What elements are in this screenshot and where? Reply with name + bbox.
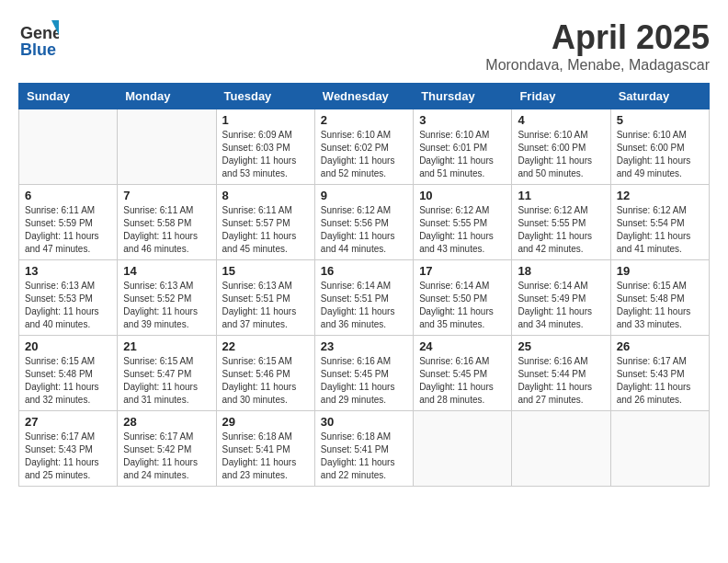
day-number: 30 [321, 415, 407, 429]
day-number: 28 [123, 415, 210, 429]
location: Morondava, Menabe, Madagascar [485, 57, 710, 74]
day-number: 6 [25, 189, 111, 202]
day-number: 29 [222, 415, 309, 429]
day-number: 4 [518, 113, 604, 127]
day-number: 9 [321, 189, 407, 202]
day-number: 14 [123, 264, 210, 278]
calendar-cell: 27Sunrise: 6:17 AM Sunset: 5:43 PM Dayli… [19, 411, 118, 487]
day-info: Sunrise: 6:12 AM Sunset: 5:54 PM Dayligh… [617, 204, 703, 256]
day-info: Sunrise: 6:16 AM Sunset: 5:45 PM Dayligh… [419, 355, 506, 407]
day-info: Sunrise: 6:13 AM Sunset: 5:51 PM Dayligh… [222, 280, 309, 331]
day-number: 16 [321, 264, 407, 278]
day-number: 8 [222, 189, 309, 202]
day-info: Sunrise: 6:14 AM Sunset: 5:49 PM Dayligh… [518, 280, 604, 331]
day-info: Sunrise: 6:15 AM Sunset: 5:48 PM Dayligh… [25, 355, 111, 407]
day-number: 20 [25, 339, 111, 353]
calendar-cell: 8Sunrise: 6:11 AM Sunset: 5:57 PM Daylig… [216, 185, 314, 260]
day-info: Sunrise: 6:14 AM Sunset: 5:50 PM Dayligh… [419, 280, 506, 331]
calendar-cell: 17Sunrise: 6:14 AM Sunset: 5:50 PM Dayli… [414, 260, 512, 336]
day-info: Sunrise: 6:16 AM Sunset: 5:44 PM Dayligh… [518, 355, 604, 407]
day-number: 18 [518, 264, 604, 278]
calendar-cell: 14Sunrise: 6:13 AM Sunset: 5:52 PM Dayli… [118, 260, 216, 336]
day-number: 25 [518, 339, 604, 353]
calendar-cell: 21Sunrise: 6:15 AM Sunset: 5:47 PM Dayli… [118, 336, 216, 411]
day-info: Sunrise: 6:18 AM Sunset: 5:41 PM Dayligh… [222, 431, 309, 482]
calendar-cell: 3Sunrise: 6:10 AM Sunset: 6:01 PM Daylig… [414, 109, 512, 185]
calendar-cell: 7Sunrise: 6:11 AM Sunset: 5:58 PM Daylig… [118, 185, 216, 260]
day-number: 26 [617, 339, 703, 353]
calendar-cell: 28Sunrise: 6:17 AM Sunset: 5:42 PM Dayli… [118, 411, 216, 487]
calendar-cell: 1Sunrise: 6:09 AM Sunset: 6:03 PM Daylig… [216, 109, 314, 185]
calendar-week-1: 1Sunrise: 6:09 AM Sunset: 6:03 PM Daylig… [19, 109, 710, 185]
calendar-cell: 9Sunrise: 6:12 AM Sunset: 5:56 PM Daylig… [314, 185, 413, 260]
calendar-week-4: 20Sunrise: 6:15 AM Sunset: 5:48 PM Dayli… [19, 336, 710, 411]
day-number: 23 [321, 339, 407, 353]
day-number: 5 [617, 113, 703, 127]
day-number: 17 [419, 264, 506, 278]
calendar-cell: 22Sunrise: 6:15 AM Sunset: 5:46 PM Dayli… [216, 336, 314, 411]
day-number: 21 [123, 339, 210, 353]
calendar-cell: 11Sunrise: 6:12 AM Sunset: 5:55 PM Dayli… [512, 185, 610, 260]
day-number: 12 [617, 189, 703, 202]
calendar-cell: 2Sunrise: 6:10 AM Sunset: 6:02 PM Daylig… [314, 109, 413, 185]
calendar-cell [512, 411, 610, 487]
column-header-monday: Monday [118, 84, 216, 109]
calendar-cell: 30Sunrise: 6:18 AM Sunset: 5:41 PM Dayli… [314, 411, 413, 487]
day-number: 24 [419, 339, 506, 353]
day-info: Sunrise: 6:13 AM Sunset: 5:53 PM Dayligh… [25, 280, 111, 331]
day-info: Sunrise: 6:16 AM Sunset: 5:45 PM Dayligh… [321, 355, 407, 407]
title-section: April 2025 Morondava, Menabe, Madagascar [485, 18, 710, 74]
day-info: Sunrise: 6:10 AM Sunset: 6:00 PM Dayligh… [617, 129, 703, 180]
day-info: Sunrise: 6:12 AM Sunset: 5:55 PM Dayligh… [518, 204, 604, 256]
calendar-body: 1Sunrise: 6:09 AM Sunset: 6:03 PM Daylig… [19, 109, 710, 487]
calendar-cell: 15Sunrise: 6:13 AM Sunset: 5:51 PM Dayli… [216, 260, 314, 336]
logo-icon: General Blue [18, 18, 59, 59]
calendar-cell: 4Sunrise: 6:10 AM Sunset: 6:00 PM Daylig… [512, 109, 610, 185]
calendar-cell: 19Sunrise: 6:15 AM Sunset: 5:48 PM Dayli… [610, 260, 709, 336]
calendar-week-5: 27Sunrise: 6:17 AM Sunset: 5:43 PM Dayli… [19, 411, 710, 487]
day-number: 19 [617, 264, 703, 278]
column-header-friday: Friday [512, 84, 610, 109]
day-number: 15 [222, 264, 309, 278]
day-info: Sunrise: 6:11 AM Sunset: 5:59 PM Dayligh… [25, 204, 111, 256]
calendar-cell: 13Sunrise: 6:13 AM Sunset: 5:53 PM Dayli… [19, 260, 118, 336]
month-year: April 2025 [485, 18, 710, 57]
calendar-week-3: 13Sunrise: 6:13 AM Sunset: 5:53 PM Dayli… [19, 260, 710, 336]
day-info: Sunrise: 6:10 AM Sunset: 6:02 PM Dayligh… [321, 129, 407, 180]
column-header-saturday: Saturday [610, 84, 709, 109]
day-info: Sunrise: 6:12 AM Sunset: 5:55 PM Dayligh… [419, 204, 506, 256]
calendar-cell: 12Sunrise: 6:12 AM Sunset: 5:54 PM Dayli… [610, 185, 709, 260]
calendar-cell: 24Sunrise: 6:16 AM Sunset: 5:45 PM Dayli… [414, 336, 512, 411]
calendar-cell [19, 109, 118, 185]
day-info: Sunrise: 6:18 AM Sunset: 5:41 PM Dayligh… [321, 431, 407, 482]
day-number: 22 [222, 339, 309, 353]
calendar-cell: 20Sunrise: 6:15 AM Sunset: 5:48 PM Dayli… [19, 336, 118, 411]
calendar-cell: 5Sunrise: 6:10 AM Sunset: 6:00 PM Daylig… [610, 109, 709, 185]
column-header-sunday: Sunday [19, 84, 118, 109]
calendar-header-row: SundayMondayTuesdayWednesdayThursdayFrid… [19, 84, 710, 109]
day-info: Sunrise: 6:09 AM Sunset: 6:03 PM Dayligh… [222, 129, 309, 180]
calendar-cell: 26Sunrise: 6:17 AM Sunset: 5:43 PM Dayli… [610, 336, 709, 411]
calendar-cell: 25Sunrise: 6:16 AM Sunset: 5:44 PM Dayli… [512, 336, 610, 411]
day-info: Sunrise: 6:15 AM Sunset: 5:47 PM Dayligh… [123, 355, 210, 407]
day-info: Sunrise: 6:11 AM Sunset: 5:57 PM Dayligh… [222, 204, 309, 256]
day-info: Sunrise: 6:17 AM Sunset: 5:43 PM Dayligh… [617, 355, 703, 407]
day-number: 7 [123, 189, 210, 202]
day-number: 10 [419, 189, 506, 202]
calendar-cell: 29Sunrise: 6:18 AM Sunset: 5:41 PM Dayli… [216, 411, 314, 487]
day-info: Sunrise: 6:11 AM Sunset: 5:58 PM Dayligh… [123, 204, 210, 256]
svg-text:Blue: Blue [20, 40, 56, 59]
day-number: 3 [419, 113, 506, 127]
day-number: 1 [222, 113, 309, 127]
day-number: 2 [321, 113, 407, 127]
calendar-cell: 10Sunrise: 6:12 AM Sunset: 5:55 PM Dayli… [414, 185, 512, 260]
calendar-cell [610, 411, 709, 487]
day-info: Sunrise: 6:15 AM Sunset: 5:46 PM Dayligh… [222, 355, 309, 407]
logo: General Blue [18, 18, 64, 59]
calendar-cell: 18Sunrise: 6:14 AM Sunset: 5:49 PM Dayli… [512, 260, 610, 336]
calendar-week-2: 6Sunrise: 6:11 AM Sunset: 5:59 PM Daylig… [19, 185, 710, 260]
day-info: Sunrise: 6:15 AM Sunset: 5:48 PM Dayligh… [617, 280, 703, 331]
calendar-cell [414, 411, 512, 487]
calendar-cell: 16Sunrise: 6:14 AM Sunset: 5:51 PM Dayli… [314, 260, 413, 336]
column-header-wednesday: Wednesday [314, 84, 413, 109]
